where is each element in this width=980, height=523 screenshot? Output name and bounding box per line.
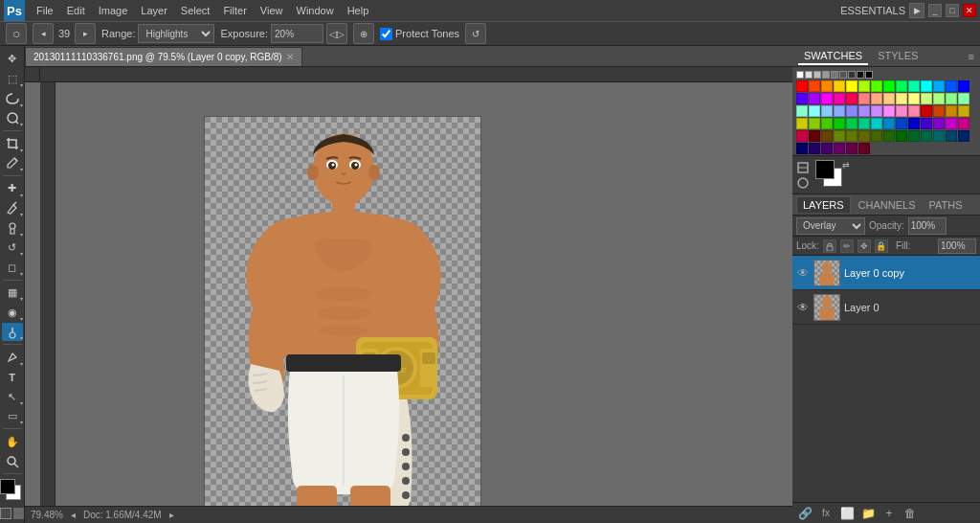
- swatch[interactable]: [921, 130, 932, 142]
- swatches-collapse-btn[interactable]: ≡: [969, 51, 974, 62]
- swatch[interactable]: [883, 118, 895, 129]
- swatch[interactable]: [871, 130, 882, 142]
- swatch[interactable]: [822, 71, 830, 79]
- styles-tab[interactable]: STYLES: [872, 48, 924, 65]
- layer-visibility-base[interactable]: 👁: [796, 301, 810, 314]
- protect-tones-checkbox[interactable]: [380, 28, 392, 40]
- foreground-color-swatch[interactable]: [0, 479, 15, 494]
- swatch[interactable]: [908, 93, 920, 104]
- pen-tool[interactable]: [2, 348, 23, 367]
- swatch[interactable]: [883, 130, 895, 142]
- fill-input[interactable]: [938, 239, 976, 254]
- swatch[interactable]: [834, 143, 845, 154]
- menu-file[interactable]: File: [31, 3, 59, 18]
- layer-row-copy[interactable]: 👁 Layer 0 copy: [792, 256, 980, 290]
- quick-mask-mode-btn[interactable]: [13, 508, 25, 519]
- quick-mask-btn[interactable]: [0, 508, 25, 519]
- tool-strip-btn2[interactable]: [796, 176, 810, 190]
- swatch[interactable]: [848, 71, 856, 79]
- lock-all-btn[interactable]: 🔒: [875, 239, 888, 253]
- swatch[interactable]: [821, 80, 833, 92]
- brush-size-increase[interactable]: ▸: [75, 23, 96, 44]
- airbrush-btn[interactable]: ⊕: [353, 23, 374, 44]
- swatches-tab[interactable]: SWATCHES: [798, 48, 868, 65]
- history-brush-tool[interactable]: ↺: [2, 239, 23, 258]
- swatch[interactable]: [883, 80, 895, 92]
- swatch[interactable]: [933, 80, 945, 92]
- swatch[interactable]: [933, 105, 945, 117]
- swatch[interactable]: [908, 118, 920, 129]
- blend-mode-select[interactable]: Overlay Normal Multiply Screen: [796, 217, 865, 235]
- menu-filter[interactable]: Filter: [217, 3, 252, 18]
- brush-size-decrease[interactable]: ◂: [33, 23, 54, 44]
- swatch[interactable]: [883, 93, 895, 104]
- swap-colors-btn[interactable]: ⇄: [842, 160, 850, 170]
- layer-link-btn[interactable]: 🔗: [796, 505, 813, 522]
- menu-image[interactable]: Image: [93, 3, 134, 18]
- swatch[interactable]: [846, 118, 858, 129]
- minimize-btn[interactable]: _: [928, 4, 942, 17]
- menu-select[interactable]: Select: [175, 3, 216, 18]
- swatch[interactable]: [857, 71, 864, 79]
- swatch[interactable]: [809, 93, 820, 104]
- swatch[interactable]: [921, 105, 932, 117]
- swatch[interactable]: [858, 93, 870, 104]
- eraser-tool[interactable]: ◻: [2, 258, 23, 277]
- swatch[interactable]: [871, 93, 882, 104]
- swatch[interactable]: [813, 71, 821, 79]
- menu-layer[interactable]: Layer: [135, 3, 173, 18]
- swatch[interactable]: [858, 80, 870, 92]
- layer-group-btn[interactable]: 📁: [859, 505, 877, 522]
- swatch[interactable]: [796, 105, 808, 117]
- swatch[interactable]: [933, 130, 945, 142]
- swatch[interactable]: [958, 80, 969, 92]
- swatch[interactable]: [933, 118, 945, 129]
- close-btn[interactable]: ✕: [963, 4, 976, 17]
- protect-tones-label[interactable]: Protect Tones: [380, 28, 459, 40]
- swatch[interactable]: [821, 143, 833, 154]
- swatch[interactable]: [871, 118, 882, 129]
- path-select-tool[interactable]: ↖: [2, 387, 23, 406]
- gradient-tool[interactable]: ▦: [2, 284, 23, 303]
- swatch[interactable]: [831, 71, 838, 79]
- dodge-tool[interactable]: [2, 323, 23, 342]
- swatch[interactable]: [946, 105, 957, 117]
- swatch[interactable]: [809, 80, 820, 92]
- layer-delete-btn[interactable]: 🗑: [902, 505, 919, 522]
- opacity-input[interactable]: [908, 217, 947, 235]
- text-tool[interactable]: T: [2, 368, 23, 387]
- swatch[interactable]: [958, 105, 969, 117]
- standard-mode-btn[interactable]: [0, 508, 11, 519]
- layer-new-btn[interactable]: +: [880, 505, 898, 522]
- swatch[interactable]: [921, 118, 932, 129]
- swatch[interactable]: [958, 130, 969, 142]
- blur-tool[interactable]: ◉: [2, 303, 23, 322]
- swatch[interactable]: [846, 93, 858, 104]
- swatch[interactable]: [896, 105, 907, 117]
- channels-tab[interactable]: CHANNELS: [853, 197, 922, 213]
- status-nav-left[interactable]: ◂: [71, 510, 76, 520]
- swatch[interactable]: [805, 71, 813, 79]
- swatch-white[interactable]: [796, 71, 804, 79]
- swatch[interactable]: [858, 105, 870, 117]
- tab-close-btn[interactable]: ✕: [286, 52, 294, 62]
- canvas-tab-active[interactable]: 20130111110336761.png @ 79.5% (Layer 0 c…: [25, 47, 302, 66]
- swatch[interactable]: [946, 93, 957, 104]
- swatch[interactable]: [834, 105, 845, 117]
- eyedropper-tool[interactable]: [2, 154, 23, 173]
- hand-tool[interactable]: ✋: [2, 432, 23, 451]
- swatch[interactable]: [908, 105, 920, 117]
- swatch[interactable]: [796, 130, 808, 142]
- swatch[interactable]: [809, 143, 820, 154]
- exposure-slider-btn[interactable]: ◁▷: [326, 23, 347, 44]
- layer-mask-btn[interactable]: ⬜: [838, 505, 856, 522]
- canvas-viewport[interactable]: WWE: [56, 82, 792, 506]
- swatch[interactable]: [821, 130, 833, 142]
- brush-tool[interactable]: [2, 199, 23, 218]
- menu-view[interactable]: View: [255, 3, 289, 18]
- layer-row-base[interactable]: 👁 Layer 0: [792, 290, 980, 325]
- swatch[interactable]: [921, 80, 932, 92]
- tool-preset-btn[interactable]: ○: [6, 23, 27, 44]
- move-tool[interactable]: ✥: [2, 50, 23, 69]
- swatch[interactable]: [834, 93, 845, 104]
